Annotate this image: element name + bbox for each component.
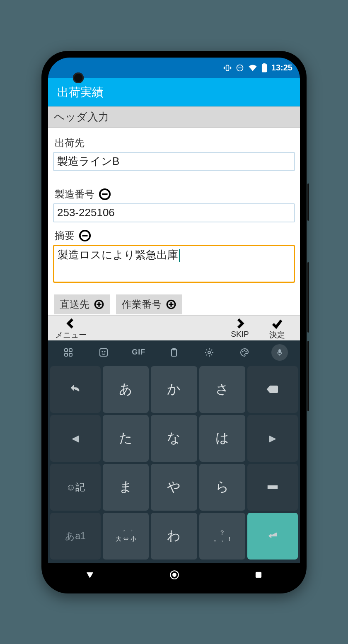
key-punct[interactable]: ? 。 、 ! [199,513,245,560]
key-right[interactable]: ▶ [247,415,298,462]
chevron-right-icon [233,317,247,330]
keyboard-toolbar: GIF [48,340,300,364]
status-bar: 13:25 [48,58,300,78]
key-left[interactable]: ◀ [50,415,101,462]
system-nav [48,563,300,587]
status-time: 13:25 [271,63,292,72]
battery-icon [261,63,267,72]
chip-label: 作業番号 [122,298,162,311]
gear-icon[interactable] [201,344,218,361]
nav-recent-icon[interactable] [254,571,263,579]
skip-label: SKIP [231,330,249,339]
minus-icon[interactable] [79,229,91,242]
svg-rect-0 [226,65,229,70]
key-mode[interactable]: あa1 [50,513,101,560]
mic-icon[interactable] [271,344,288,361]
dnd-icon [236,64,244,72]
menu-label: メニュー [55,330,87,340]
wifi-icon [248,64,257,72]
svg-rect-8 [65,349,68,352]
nav-home-icon[interactable] [169,569,180,580]
key-ma[interactable]: ま [103,464,149,511]
key-dakuten[interactable]: ゛ ゜ 大 ⇔ 小 [103,513,149,560]
key-backspace[interactable] [247,366,298,413]
text-caret [179,249,180,262]
svg-point-20 [246,351,247,352]
svg-point-23 [173,573,176,576]
plus-icon [94,299,104,310]
summary-label-row: 摘要 [55,229,293,242]
svg-point-14 [104,351,105,352]
nav-back-icon[interactable] [85,570,94,579]
summary-input[interactable]: 製造ロスにより緊急出庫 [53,245,295,283]
confirm-label: 決定 [269,330,285,340]
skip-button[interactable]: SKIP [221,317,259,340]
chip-row: 直送先 作業番号 [54,294,294,314]
front-camera [73,72,84,83]
svg-rect-2 [262,64,266,72]
svg-rect-11 [69,353,72,356]
key-sub: 大 ⇔ 小 [116,536,136,542]
menu-button[interactable]: メニュー [52,317,89,340]
plus-icon [166,299,176,310]
svg-rect-3 [263,63,265,64]
destination-label: 出荷先 [55,136,85,150]
mfgnumber-label-row: 製造番号 [55,188,293,201]
summary-value: 製造ロスにより緊急出庫 [58,248,178,261]
chevron-left-icon [64,317,77,330]
vibrate-icon [223,64,232,72]
key-ra[interactable]: ら [199,464,245,511]
key-na[interactable]: な [151,415,197,462]
chip-label: 直送先 [60,298,89,311]
check-icon [269,317,285,330]
summary-label: 摘要 [55,229,75,242]
key-sub: ゛ ゜ [119,530,133,536]
minus-icon[interactable] [99,188,111,200]
svg-point-18 [242,351,243,352]
key-ta[interactable]: た [103,415,149,462]
key-grid: あ か さ ◀ た な は ▶ ☺記 ま や ら あa1 ゛ ゜ 大 ⇔ 小 [48,364,300,563]
key-emoji[interactable]: ☺記 [50,464,101,511]
key-sub: ? [220,530,224,536]
apps-icon[interactable] [60,344,77,361]
confirm-button[interactable]: 決定 [259,317,296,340]
app-bar: 出荷実績 [48,78,300,106]
bottom-nav: メニュー SKIP 決定 [48,315,300,340]
page-title: 出荷実績 [57,84,104,100]
key-ya[interactable]: や [151,464,197,511]
key-wa[interactable]: わ [151,513,197,560]
destination-input[interactable] [53,152,295,171]
mfgnumber-input[interactable] [53,203,295,222]
key-space[interactable] [247,464,298,511]
section-title: ヘッダ入力 [54,110,109,124]
svg-rect-12 [100,349,107,356]
svg-point-19 [244,350,245,350]
gif-button[interactable]: GIF [130,344,147,361]
svg-rect-24 [256,572,261,577]
destination-label-row: 出荷先 [55,136,293,150]
svg-point-17 [208,351,210,354]
key-sa[interactable]: さ [199,366,245,413]
chip-direct[interactable]: 直送先 [54,294,110,314]
svg-rect-21 [279,349,281,353]
soft-keyboard: GIF あ か さ ◀ た な は ▶ ☺記 ま や ら [48,340,300,563]
key-enter[interactable] [247,513,298,560]
key-sub: 。 、 ! [214,536,230,542]
svg-rect-10 [65,353,68,356]
key-ka[interactable]: か [151,366,197,413]
form-area: 出荷先 製造番号 摘要 製造ロスにより緊急出庫 直送先 作業番号 [48,128,300,315]
key-a[interactable]: あ [103,366,149,413]
mfgnumber-label: 製造番号 [55,188,94,201]
svg-rect-9 [69,349,72,352]
key-undo[interactable] [50,366,101,413]
svg-point-13 [102,351,103,352]
section-header: ヘッダ入力 [48,106,300,128]
chip-worknumber[interactable]: 作業番号 [116,294,182,314]
clipboard-icon[interactable] [166,344,182,361]
sticker-icon[interactable] [95,344,112,361]
key-ha[interactable]: は [199,415,245,462]
palette-icon[interactable] [236,344,253,361]
